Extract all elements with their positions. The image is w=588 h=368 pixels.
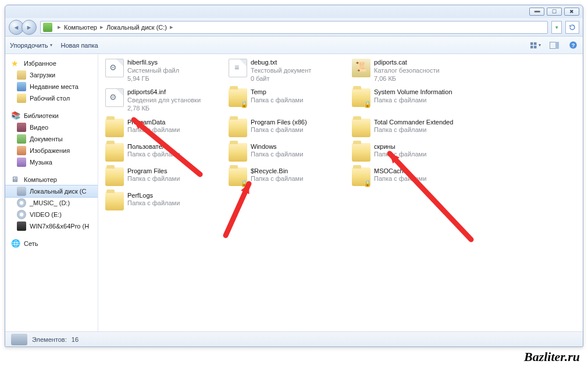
lock-icon: 🔒 bbox=[240, 180, 248, 187]
usb-icon bbox=[17, 221, 26, 231]
folder-icon bbox=[105, 143, 124, 162]
vid-icon bbox=[17, 123, 26, 132]
sidebar-group[interactable]: 🖥Компьютер bbox=[5, 174, 98, 185]
organize-menu[interactable]: Упорядочить▾ bbox=[10, 42, 52, 49]
file-item[interactable]: 🔒 MSOCache Папка с файлами bbox=[351, 166, 473, 187]
folder-icon bbox=[17, 94, 26, 103]
doc-icon bbox=[17, 134, 26, 144]
close-button[interactable]: ✖ bbox=[564, 8, 579, 16]
folder-icon: 🔒 bbox=[229, 88, 247, 107]
sidebar-item[interactable]: Недавние места bbox=[5, 81, 98, 92]
file-name: MSOCache bbox=[374, 167, 426, 176]
hdd-icon bbox=[17, 187, 26, 196]
folder-icon: 🔒 bbox=[229, 167, 247, 186]
file-item[interactable]: 🔒 Temp Папка с файлами bbox=[227, 87, 350, 113]
sidebar-item[interactable]: Локальный диск (C bbox=[5, 185, 98, 198]
lock-icon: 🔒 bbox=[364, 101, 372, 108]
cd-icon bbox=[17, 210, 26, 219]
sidebar-item[interactable]: Загрузки bbox=[5, 69, 98, 81]
file-item[interactable]: 🔒 System Volume Information Папка с файл… bbox=[351, 87, 473, 113]
breadcrumb[interactable]: ▸ Компьютер ▸ Локальный диск (C:) ▸ bbox=[40, 21, 548, 34]
file-item[interactable]: 🔒 $Recycle.Bin Папка с файлами bbox=[227, 166, 350, 187]
refresh-button[interactable] bbox=[565, 21, 579, 34]
file-item[interactable]: Program Files Папка с файлами bbox=[104, 166, 226, 187]
sidebar-item[interactable]: Документы bbox=[5, 133, 98, 145]
status-bar: Элементов: 16 bbox=[5, 331, 583, 346]
file-name: debug.txt bbox=[251, 59, 311, 67]
sidebar-item[interactable]: WIN7x86&x64Pro (H bbox=[5, 220, 98, 232]
new-folder-button[interactable]: Новая папка bbox=[60, 42, 98, 49]
sidebar-item[interactable]: VIDEO (E:) bbox=[5, 209, 98, 220]
file-item[interactable]: Total Commander Extended Папка с файлами bbox=[351, 117, 473, 138]
help-icon[interactable]: ? bbox=[568, 40, 578, 51]
minimize-button[interactable]: ➖ bbox=[529, 8, 544, 16]
sidebar-item[interactable]: Видео bbox=[5, 122, 98, 133]
gear-icon bbox=[105, 88, 124, 107]
lock-icon: 🔒 bbox=[240, 101, 248, 108]
svg-rect-0 bbox=[530, 42, 533, 45]
file-item[interactable]: pdiports64.inf Сведения для установки 2,… bbox=[104, 87, 226, 113]
svg-rect-5 bbox=[555, 42, 559, 49]
file-name: Пользователи bbox=[127, 143, 180, 151]
file-item[interactable]: debug.txt Текстовый документ 0 байт bbox=[227, 58, 350, 84]
file-item[interactable]: скрины Папка с файлами bbox=[351, 142, 473, 163]
breadcrumb-drive[interactable]: Локальный диск (C:) bbox=[106, 24, 167, 31]
explorer-window: ➖ ☐ ✖ ◄ ► ▸ Компьютер ▸ Локальный диск (… bbox=[5, 5, 583, 347]
cat-icon bbox=[352, 59, 370, 77]
drive-icon bbox=[11, 334, 27, 345]
folder-icon bbox=[352, 143, 370, 162]
svg-rect-1 bbox=[534, 42, 537, 45]
file-pane: hiberfil.sys Системный файл 5,94 ГБ debu… bbox=[98, 54, 583, 331]
lock-icon: 🔒 bbox=[364, 180, 372, 187]
sidebar-item[interactable]: Музыка bbox=[5, 156, 98, 168]
docs-icon bbox=[17, 82, 26, 91]
sidebar-group[interactable]: 📚Библиотеки bbox=[5, 110, 98, 122]
file-name: hiberfil.sys bbox=[127, 59, 179, 67]
cd-icon bbox=[17, 198, 26, 208]
file-item[interactable]: hiberfil.sys Системный файл 5,94 ГБ bbox=[104, 58, 226, 84]
file-name: System Volume Information bbox=[374, 88, 452, 97]
file-name: скрины bbox=[374, 143, 426, 151]
file-name: PerfLogs bbox=[127, 192, 180, 200]
preview-pane-icon[interactable] bbox=[549, 40, 560, 51]
lib-icon: 📚 bbox=[11, 111, 20, 120]
folder-icon bbox=[105, 192, 124, 210]
file-name: Program Files (x86) bbox=[251, 119, 307, 127]
sidebar-item[interactable]: _MUSIC_ (D:) bbox=[5, 197, 98, 209]
folder-icon bbox=[352, 119, 370, 137]
file-item[interactable]: Program Files (x86) Папка с файлами bbox=[227, 117, 350, 138]
folder-icon: 🔒 bbox=[352, 167, 370, 186]
comp-icon: 🖥 bbox=[11, 175, 20, 184]
file-name: Windows bbox=[251, 143, 303, 151]
svg-text:?: ? bbox=[571, 42, 575, 48]
file-name: pdiports.cat bbox=[374, 59, 440, 67]
svg-rect-2 bbox=[530, 45, 533, 48]
svg-rect-3 bbox=[534, 45, 537, 48]
file-item[interactable]: ProgramData Папка с файлами bbox=[104, 117, 226, 138]
sidebar-item[interactable]: Изображения bbox=[5, 145, 98, 156]
sidebar-item[interactable]: Рабочий стол bbox=[5, 92, 98, 104]
folder-icon bbox=[105, 119, 124, 137]
watermark: Bazliter.ru bbox=[524, 349, 580, 365]
down-icon bbox=[17, 70, 26, 80]
file-name: Temp bbox=[251, 88, 303, 97]
sidebar: ★ИзбранноеЗагрузкиНедавние местаРабочий … bbox=[5, 54, 98, 331]
breadcrumb-root[interactable]: Компьютер bbox=[64, 24, 97, 31]
file-item[interactable]: Windows Папка с файлами bbox=[227, 142, 350, 163]
forward-button[interactable]: ► bbox=[22, 20, 37, 35]
view-menu-icon[interactable]: ▾ bbox=[530, 40, 541, 51]
sidebar-group[interactable]: ★Избранное bbox=[5, 58, 98, 69]
maximize-button[interactable]: ☐ bbox=[547, 8, 562, 16]
file-item[interactable]: pdiports.cat Каталог безопасности 7,06 К… bbox=[351, 58, 473, 84]
sidebar-group[interactable]: 🌐Сеть bbox=[5, 238, 98, 249]
net-icon: 🌐 bbox=[11, 239, 20, 248]
file-item[interactable]: Пользователи Папка с файлами bbox=[104, 142, 226, 163]
address-dropdown[interactable]: ▾ bbox=[551, 21, 562, 34]
folder-icon: 🔒 bbox=[352, 88, 370, 107]
img-icon bbox=[17, 146, 26, 155]
file-name: Program Files bbox=[127, 167, 180, 176]
file-name: ProgramData bbox=[127, 119, 180, 127]
mus-icon bbox=[17, 158, 26, 167]
toolbar: Упорядочить▾ Новая папка ▾ ? bbox=[5, 37, 583, 54]
file-item[interactable]: PerfLogs Папка с файлами bbox=[104, 191, 226, 212]
